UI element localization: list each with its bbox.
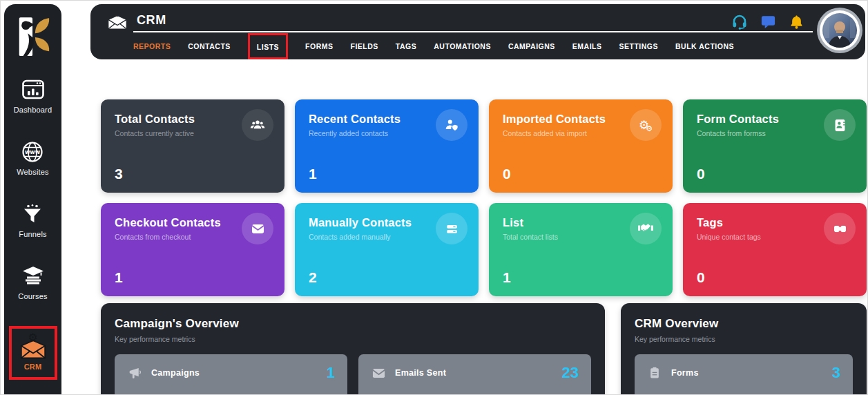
topbar-actions: [731, 13, 804, 30]
card-value: 3: [115, 166, 271, 182]
stat-card-list[interactable]: List Total contact lists 1: [489, 203, 673, 296]
sidebar-item-label: CRM: [24, 363, 42, 371]
metric-label: Forms: [671, 368, 699, 378]
crm-overview-panel: CRM Overview Key performance metrics: [621, 303, 867, 395]
envelope-icon: [371, 365, 386, 380]
crm-highlight-box: ⚙ CRM: [9, 326, 57, 380]
dashboard-icon: [21, 77, 46, 102]
users-group-icon: [242, 109, 273, 141]
campaigns-overview-panel: Campaign's Overview Key performance metr…: [101, 303, 605, 395]
card-value: 0: [697, 269, 853, 286]
sidebar-item-websites[interactable]: www Websites: [17, 139, 49, 176]
tab-forms[interactable]: FORMS: [305, 42, 333, 50]
card-value: 1: [115, 269, 271, 286]
gear-icon: ⚙: [28, 332, 37, 343]
tab-emails[interactable]: EMAILS: [572, 42, 602, 50]
metric-value: 3: [832, 364, 840, 382]
bell-icon[interactable]: [788, 13, 804, 30]
metric-campaigns: Campaigns 1: [115, 354, 347, 395]
crm-envelope-gear-icon: ⚙: [107, 10, 128, 30]
sidebar-item-label: Dashboard: [14, 106, 52, 114]
sidebar-item-label: Websites: [17, 168, 49, 176]
card-value: 2: [309, 269, 465, 286]
avatar-photo: [822, 13, 857, 48]
crm-dashboard-screen: Dashboard www Websites: [0, 0, 868, 395]
metric-value: 23: [562, 364, 579, 382]
gear-icon: ⚙: [113, 9, 122, 18]
title-row: ⚙ CRM: [107, 10, 166, 30]
tab-bulk-actions[interactable]: BULK ACTIONS: [675, 42, 734, 50]
top-nav: REPORTS CONTACTS LISTS FORMS FIELDS TAGS…: [133, 35, 734, 58]
metric-forms: Forms 3: [635, 354, 853, 395]
metric-label: Campaigns: [151, 368, 200, 378]
card-value: 0: [697, 166, 853, 182]
stats-cards: Total Contacts Contacts currently active…: [101, 99, 867, 296]
sidebar-item-courses[interactable]: Courses: [18, 264, 47, 300]
crm-envelope-gear-icon: ⚙: [20, 334, 46, 359]
metric-label: Emails Sent: [395, 368, 446, 378]
panel-title: CRM Overview: [635, 317, 853, 331]
metrics-row: Forms 3: [635, 354, 853, 395]
graduation-cap-icon: [21, 264, 46, 289]
metric-value: 1: [327, 364, 335, 382]
cards-stack-icon: [436, 213, 467, 244]
metrics-row: Campaigns 1 Emails Sent 2: [115, 354, 591, 395]
megaphone-icon: [127, 365, 142, 380]
globe-icon: www: [20, 139, 45, 164]
funnel-icon: [20, 202, 45, 227]
lists-highlight-box: LISTS: [248, 33, 288, 59]
sidebar-nav: Dashboard www Websites: [9, 77, 57, 380]
gears-icon: ⚙⚙: [630, 109, 662, 141]
stat-card-total-contacts[interactable]: Total Contacts Contacts currently active…: [101, 99, 284, 193]
tab-campaigns[interactable]: CAMPAIGNS: [508, 42, 555, 50]
topbar: ⚙ CRM REPORTS CONTACTS LISTS FORMS FIELD…: [90, 4, 865, 59]
user-avatar[interactable]: [817, 8, 862, 53]
chat-icon[interactable]: [760, 13, 776, 30]
page-title: CRM: [137, 13, 166, 28]
tab-lists[interactable]: LISTS: [257, 43, 279, 51]
title-divider: [133, 31, 813, 32]
stat-card-imported-contacts[interactable]: Imported Contacts Contacts added via imp…: [489, 99, 673, 193]
stat-card-tags[interactable]: Tags Unique contact tags 0: [683, 203, 867, 296]
stat-card-recent-contacts[interactable]: Recent Contacts Recently added contacts …: [295, 99, 479, 193]
overview-panels: Campaign's Overview Key performance metr…: [101, 303, 867, 395]
ticket-icon: [824, 213, 856, 244]
tab-reports[interactable]: REPORTS: [133, 42, 171, 50]
bird-logo-icon: [15, 14, 52, 65]
stat-card-form-contacts[interactable]: Form Contacts Contacts from formss 0: [683, 99, 867, 193]
tab-automations[interactable]: AUTOMATIONS: [434, 42, 491, 50]
panel-title: Campaign's Overview: [115, 317, 591, 331]
headset-icon[interactable]: [731, 13, 748, 30]
panel-subtitle: Key performance metrics: [115, 335, 591, 343]
handshake-icon: [630, 213, 662, 244]
sidebar-item-label: Courses: [18, 292, 47, 300]
sidebar-item-dashboard[interactable]: Dashboard: [14, 77, 52, 114]
card-value: 1: [503, 269, 659, 286]
address-card-icon: [824, 109, 856, 141]
svg-text:www: www: [25, 149, 41, 155]
metric-emails-sent: Emails Sent 23: [358, 354, 591, 395]
stat-card-manually-contacts[interactable]: Manually Contacts Contacts added manuall…: [295, 203, 479, 296]
app-logo[interactable]: [15, 14, 52, 65]
sidebar-item-crm[interactable]: ⚙ CRM: [20, 334, 46, 371]
tab-settings[interactable]: SETTINGS: [619, 42, 659, 50]
tab-tags[interactable]: TAGS: [396, 42, 416, 50]
tab-contacts[interactable]: CONTACTS: [188, 42, 231, 50]
sidebar-item-label: Funnels: [19, 230, 47, 238]
avatar-ring: [820, 10, 860, 50]
sidebar: Dashboard www Websites: [4, 4, 61, 395]
card-value: 0: [503, 166, 659, 182]
sidebar-item-funnels[interactable]: Funnels: [19, 202, 47, 238]
panel-subtitle: Key performance metrics: [635, 335, 853, 343]
clipboard-icon: [647, 365, 662, 380]
card-value: 1: [309, 166, 465, 182]
envelope-icon: [242, 213, 273, 244]
tab-fields[interactable]: FIELDS: [351, 42, 378, 50]
user-shield-icon: [436, 109, 467, 141]
stat-card-checkout-contacts[interactable]: Checkout Contacts Contacts from checkout…: [101, 203, 284, 296]
